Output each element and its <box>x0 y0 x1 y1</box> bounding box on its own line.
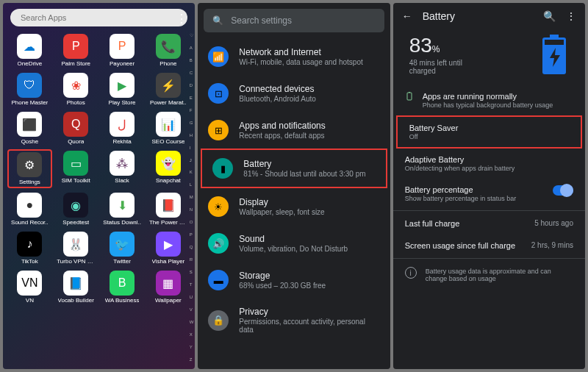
app-settings[interactable]: ⚙Settings <box>7 149 52 188</box>
app-label: Qoshe <box>21 138 39 145</box>
settings-icon: ▮ <box>212 158 233 179</box>
app-search-input[interactable] <box>21 13 177 22</box>
app-grid: ☁OneDrivePPalm StorePPayoneer📞Phone🛡Phon… <box>3 29 195 308</box>
alpha-L[interactable]: L <box>190 182 194 187</box>
alpha-K[interactable]: K <box>190 170 194 174</box>
app-qoshe[interactable]: ⬛Qoshe <box>7 110 52 146</box>
app-speedtest[interactable]: ◉Speedtest <box>54 191 98 227</box>
settings-item-apps-and-notifications[interactable]: ⊞Apps and notificationsRecent apps, defa… <box>198 112 390 149</box>
settings-item-privacy[interactable]: 🔒PrivacyPermissions, account activity, p… <box>198 298 390 342</box>
battery-saver-item[interactable]: Battery Saver Off <box>396 115 582 149</box>
footer-text: Battery usage data is approximate and ca… <box>426 268 573 282</box>
app-label: OneDrive <box>18 60 43 67</box>
battery-percentage-item[interactable]: Battery percentage Show battery percenta… <box>393 179 585 209</box>
app-play-store[interactable]: ▶Play Store <box>100 71 145 107</box>
percentage-toggle[interactable] <box>553 185 573 196</box>
alpha-♡[interactable]: ♡ <box>190 32 194 37</box>
search-icon[interactable]: 🔍 <box>543 10 556 22</box>
app-status-downl-[interactable]: ⬇Status Downl.. <box>100 191 145 227</box>
app-tiktok[interactable]: ♪TikTok <box>7 230 52 266</box>
adaptive-battery-item[interactable]: Adaptive Battery On/detecting when apps … <box>393 149 585 179</box>
alpha-Q[interactable]: Q <box>190 245 194 249</box>
alpha-A[interactable]: A <box>190 46 194 50</box>
settings-item-connected-devices[interactable]: ⊡Connected devicesBluetooth, Android Aut… <box>198 75 390 112</box>
app-wallpaper[interactable]: ▦Wallpaper <box>146 269 190 305</box>
alpha-I[interactable]: I <box>190 146 194 150</box>
app-sound-recor-[interactable]: ●Sound Recor.. <box>7 191 52 227</box>
settings-title: Apps and notifications <box>239 121 325 131</box>
alpha-Z[interactable]: Z <box>190 357 194 362</box>
app-visha-player[interactable]: ▶Visha Player <box>146 230 190 266</box>
app-onedrive[interactable]: ☁OneDrive <box>7 32 52 68</box>
app-label: Phone <box>159 60 176 67</box>
alpha-H[interactable]: H <box>190 133 194 137</box>
app-icon: ● <box>17 193 42 218</box>
app-the-power-of-[interactable]: 📕The Power of.. <box>146 191 190 227</box>
app-photos[interactable]: ❀Photos <box>54 71 98 107</box>
app-icon: 🛡 <box>17 73 42 98</box>
app-label: VN <box>26 297 34 304</box>
app-icon: ⚡ <box>156 73 181 98</box>
apps-running-item[interactable]: Apps are running normally Phone has typi… <box>393 85 585 115</box>
alpha-O[interactable]: O <box>190 220 194 224</box>
app-quora[interactable]: QQuora <box>54 110 98 146</box>
settings-item-sound[interactable]: 🔊SoundVolume, vibration, Do Not Disturb <box>198 225 390 262</box>
alpha-R[interactable]: R <box>190 257 194 262</box>
app-vn[interactable]: VNVN <box>7 269 52 305</box>
battery-small-icon <box>405 92 414 101</box>
alpha-V[interactable]: V <box>190 307 194 312</box>
alpha-X[interactable]: X <box>190 332 194 337</box>
alpha-M[interactable]: M <box>190 195 194 199</box>
app-vocab-builder[interactable]: 📘Vocab Builder <box>54 269 98 305</box>
app-turbo-vpn-lite[interactable]: 🐰Turbo VPN Lite <box>54 230 98 266</box>
app-sim-toolkit[interactable]: ▭SIM Toolkit <box>54 149 98 188</box>
alpha-E[interactable]: E <box>190 96 194 100</box>
app-icon: P <box>110 34 135 59</box>
app-palm-store[interactable]: PPalm Store <box>54 32 98 68</box>
back-icon[interactable]: ← <box>402 10 412 22</box>
settings-item-battery[interactable]: ▮Battery81% - Should last until about 3:… <box>201 149 387 188</box>
settings-search[interactable]: 🔍 Search settings <box>204 9 384 32</box>
alpha-F[interactable]: F <box>190 108 194 112</box>
app-slack[interactable]: ⁂Slack <box>100 149 145 188</box>
app-twitter[interactable]: 🐦Twitter <box>100 230 145 266</box>
app-search-bar[interactable] <box>10 9 187 26</box>
settings-icon: ☀ <box>208 196 229 217</box>
settings-sub: Wallpaper, sleep, font size <box>239 208 324 216</box>
app-wa-business[interactable]: BWA Business <box>100 269 145 305</box>
app-icon: 📘 <box>63 271 88 296</box>
alpha-N[interactable]: N <box>190 207 194 212</box>
alpha-B[interactable]: B <box>190 58 194 62</box>
app-seo-course[interactable]: 📊SEO Course <box>146 110 190 146</box>
alpha-S[interactable]: S <box>190 270 194 274</box>
settings-sub: Permissions, account activity, personal … <box>239 318 379 334</box>
app-label: Rekhta <box>112 138 131 145</box>
app-phone[interactable]: 📞Phone <box>146 32 190 68</box>
last-charge-item: Last full charge 5 hours ago <box>393 212 585 235</box>
alpha-index[interactable]: ♡ABCDEFGHIJKLMNOPQRSTUVWXYZ <box>190 32 194 362</box>
app-payoneer[interactable]: PPayoneer <box>100 32 145 68</box>
app-power-marat-[interactable]: ⚡Power Marat.. <box>146 71 190 107</box>
alpha-P[interactable]: P <box>190 232 194 237</box>
battery-header: ← Battery 🔍 ⋮ <box>393 3 585 29</box>
settings-item-network-and-internet[interactable]: 📶Network and InternetWi-Fi, mobile, data… <box>198 38 390 75</box>
alpha-U[interactable]: U <box>190 295 194 299</box>
alpha-Y[interactable]: Y <box>190 345 194 349</box>
app-snapchat[interactable]: 👻Snapchat <box>146 149 190 188</box>
settings-item-storage[interactable]: ▬Storage68% used – 20.30 GB free <box>198 262 390 298</box>
more-icon[interactable]: ⋮ <box>176 12 187 26</box>
app-phone-master[interactable]: 🛡Phone Master <box>7 71 52 107</box>
settings-icon: 🔒 <box>208 310 229 331</box>
more-icon[interactable]: ⋮ <box>566 10 576 22</box>
alpha-D[interactable]: D <box>190 83 194 87</box>
alpha-J[interactable]: J <box>190 158 194 162</box>
app-rekhta[interactable]: لRekhta <box>100 110 145 146</box>
alpha-G[interactable]: G <box>190 121 194 125</box>
alpha-W[interactable]: W <box>190 320 194 324</box>
alpha-C[interactable]: C <box>190 71 194 75</box>
settings-item-display[interactable]: ☀DisplayWallpaper, sleep, font size <box>198 188 390 225</box>
settings-icon: ⊡ <box>208 83 229 104</box>
app-icon: P <box>63 34 88 59</box>
alpha-T[interactable]: T <box>190 282 194 287</box>
settings-sub: 68% used – 20.30 GB free <box>239 282 326 290</box>
